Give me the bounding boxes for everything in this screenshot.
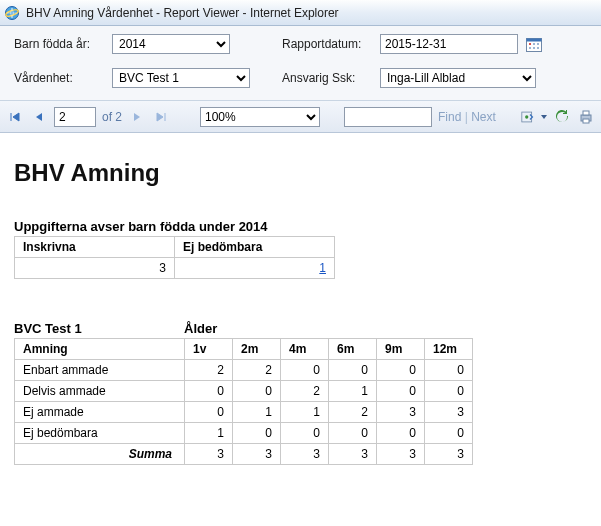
svg-rect-9: [537, 47, 539, 49]
svg-point-11: [525, 115, 528, 118]
next-link[interactable]: Next: [471, 110, 496, 124]
unit-label: Vårdenhet:: [14, 71, 104, 85]
unit-select[interactable]: BVC Test 1: [112, 68, 250, 88]
table-row-sum: Summa 3 3 3 3 3 3: [15, 444, 473, 465]
window-titlebar: BHV Amning Vårdenhet - Report Viewer - I…: [0, 0, 601, 26]
nurse-select[interactable]: Inga-Lill Alblad: [380, 68, 536, 88]
page-number-input[interactable]: [54, 107, 96, 127]
find-input[interactable]: [344, 107, 432, 127]
ie-icon: [4, 5, 20, 21]
summary-header-inskrivna: Inskrivna: [15, 237, 175, 258]
summary-value-inskrivna: 3: [15, 258, 175, 279]
svg-rect-4: [529, 43, 531, 45]
age-heading: Ålder: [184, 321, 217, 336]
svg-rect-3: [527, 38, 542, 41]
date-input[interactable]: [380, 34, 518, 54]
svg-rect-8: [533, 47, 535, 49]
nurse-label: Ansvarig Ssk:: [282, 71, 372, 85]
next-page-button[interactable]: [128, 108, 146, 126]
first-page-button[interactable]: [6, 108, 24, 126]
svg-rect-6: [537, 43, 539, 45]
unit-heading: BVC Test 1: [14, 321, 184, 336]
detail-table: Amning 1v 2m 4m 6m 9m 12m Enbart ammade …: [14, 338, 473, 465]
svg-rect-5: [533, 43, 535, 45]
find-link[interactable]: Find: [438, 110, 461, 124]
window-title: BHV Amning Vårdenhet - Report Viewer - I…: [26, 6, 339, 20]
report-body: BHV Amning Uppgifterna avser barn födda …: [0, 133, 601, 475]
table-row: Ej bedömbara 1 0 0 0 0 0: [15, 423, 473, 444]
last-page-button[interactable]: [152, 108, 170, 126]
calendar-icon[interactable]: [526, 37, 542, 52]
prev-page-button[interactable]: [30, 108, 48, 126]
table-row: Ej ammade 0 1 1 2 3 3: [15, 402, 473, 423]
zoom-select[interactable]: 100%: [200, 107, 320, 127]
svg-rect-13: [583, 111, 589, 115]
svg-rect-7: [529, 47, 531, 49]
table-row: Enbart ammade 2 2 0 0 0 0: [15, 360, 473, 381]
summary-value-ejbed: 1: [175, 258, 335, 279]
detail-rowhead: Amning: [15, 339, 185, 360]
report-title: BHV Amning: [14, 159, 587, 187]
year-select[interactable]: 2014: [112, 34, 230, 54]
svg-rect-14: [583, 119, 589, 123]
table-row: Delvis ammade 0 0 2 1 0 0: [15, 381, 473, 402]
print-button[interactable]: [577, 108, 595, 126]
report-subheading: Uppgifterna avser barn födda under 2014: [14, 219, 587, 234]
date-label: Rapportdatum:: [282, 37, 372, 51]
report-toolbar: of 2 100% Find | Next: [0, 101, 601, 133]
summary-table: Inskrivna Ej bedömbara 3 1: [14, 236, 335, 279]
year-label: Barn födda år:: [14, 37, 104, 51]
summary-header-ejbed: Ej bedömbara: [175, 237, 335, 258]
page-total-label: of 2: [102, 110, 122, 124]
export-button[interactable]: [521, 108, 547, 126]
parameters-panel: Barn födda år: 2014 Rapportdatum: Vården…: [0, 26, 601, 101]
refresh-button[interactable]: [553, 108, 571, 126]
ejbed-link[interactable]: 1: [319, 261, 326, 275]
